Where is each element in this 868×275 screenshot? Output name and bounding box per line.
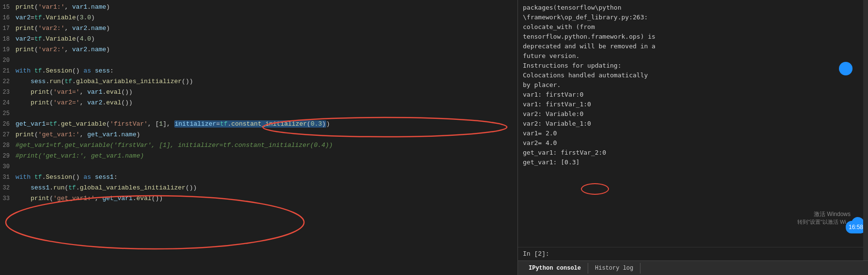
scrollbar[interactable] — [863, 0, 868, 261]
code-panel: 15 print('var1:', var1.name) 16 var2=tf.… — [0, 0, 518, 275]
svg-point-1 — [6, 196, 304, 249]
tab-history-log[interactable]: History log — [588, 263, 640, 274]
in-prompt: In [2]: — [518, 247, 868, 261]
output-text: packages(tensorflow\python \framework\op… — [523, 3, 863, 167]
in-prompt-text: In [2]: — [523, 250, 549, 258]
windows-activation-line2: 转到"设置"以激活 Wi... — [797, 217, 851, 227]
output-panel: packages(tensorflow\python \framework\op… — [518, 0, 868, 275]
output-content: packages(tensorflow\python \framework\op… — [518, 0, 868, 247]
tab-ipython-console[interactable]: IPython console — [522, 263, 588, 274]
output-bottom-bar: IPython console History log — [518, 261, 868, 275]
circle-annotation-03 — [581, 183, 609, 195]
bottom-tabs: IPython console History log — [522, 263, 640, 274]
loading-indicator — [839, 62, 853, 75]
annotation-svg — [0, 0, 518, 275]
svg-point-0 — [263, 117, 507, 137]
